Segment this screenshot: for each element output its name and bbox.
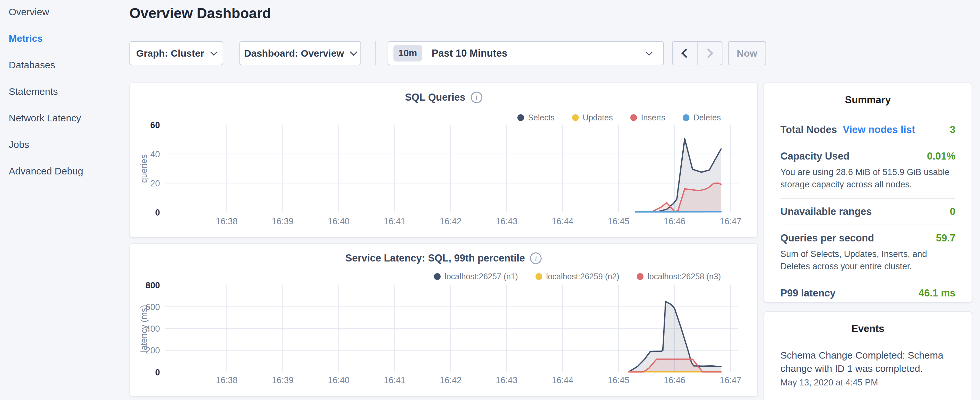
sidebar: Overview Metrics Databases Statements Ne… [0, 0, 126, 193]
toolbar-divider [375, 41, 376, 65]
sql-queries-chart[interactable]: 020406016:3816:3916:4016:4116:4216:4316:… [130, 83, 757, 237]
sidebar-item-jobs[interactable]: Jobs [9, 140, 126, 150]
legend-label: Inserts [641, 113, 665, 122]
info-icon[interactable] [471, 92, 482, 103]
divider [780, 143, 955, 143]
graph-dropdown[interactable]: Graph: Cluster [129, 41, 223, 65]
time-nav-group [672, 41, 722, 65]
divider [780, 198, 955, 199]
divider [780, 225, 955, 225]
legend-item-n3[interactable]: localhost:26258 (n3) [637, 272, 721, 281]
dashboard-dropdown-label: Dashboard: Overview [244, 48, 344, 59]
svg-text:16:46: 16:46 [664, 217, 686, 226]
summary-heading: Summary [780, 94, 955, 106]
svg-text:16:47: 16:47 [720, 375, 741, 385]
sidebar-item-metrics[interactable]: Metrics [9, 33, 126, 43]
svg-text:16:43: 16:43 [496, 375, 517, 385]
chart-title: SQL Queries [405, 92, 465, 103]
sidebar-item-advanced-debug[interactable]: Advanced Debug [9, 166, 126, 176]
time-prev-button[interactable] [673, 42, 698, 65]
legend-label: localhost:26259 (n2) [546, 272, 620, 281]
svg-text:16:42: 16:42 [440, 375, 461, 385]
svg-text:800: 800 [146, 280, 160, 290]
svg-text:16:40: 16:40 [328, 375, 349, 385]
svg-text:16:38: 16:38 [216, 375, 237, 385]
total-nodes-value: 3 [950, 124, 955, 135]
legend-item-inserts[interactable]: Inserts [630, 113, 665, 122]
legend-label: Updates [583, 113, 613, 122]
capacity-used-value: 0.01% [927, 150, 955, 162]
legend-dot [434, 273, 441, 280]
view-nodes-list-link[interactable]: View nodes list [843, 124, 915, 135]
svg-text:20: 20 [150, 178, 160, 188]
legend-label: localhost:26258 (n3) [648, 272, 721, 281]
svg-text:16:40: 16:40 [328, 217, 349, 226]
svg-text:0: 0 [155, 208, 160, 217]
chevron-left-icon [681, 49, 691, 58]
sidebar-item-network-latency[interactable]: Network Latency [9, 113, 126, 123]
legend-item-deletes[interactable]: Deletes [682, 113, 721, 122]
time-window-select[interactable]: 10m Past 10 Minutes [388, 41, 664, 65]
p99-latency-value: 46.1 ms [918, 287, 955, 299]
svg-text:16:38: 16:38 [216, 217, 237, 226]
svg-text:16:41: 16:41 [384, 375, 406, 385]
legend-item-selects[interactable]: Selects [517, 113, 555, 122]
sidebar-item-overview[interactable]: Overview [9, 7, 126, 17]
qps-value: 59.7 [936, 233, 955, 244]
svg-text:queries: queries [139, 155, 149, 183]
info-icon[interactable] [530, 252, 542, 264]
unavailable-ranges-value: 0 [950, 206, 955, 217]
event-list-item[interactable]: Schema Change Completed: Schema change w… [780, 349, 955, 388]
chart-title: Service Latency: SQL, 99th percentile [345, 252, 525, 264]
chart-title-row: Service Latency: SQL, 99th percentile [130, 252, 757, 264]
svg-text:16:45: 16:45 [608, 217, 630, 226]
svg-text:16:44: 16:44 [552, 375, 573, 385]
legend-dot [572, 114, 579, 121]
summary-row-total-nodes: Total Nodes View nodes list 3 [780, 124, 955, 135]
summary-row-p99-latency: P99 latency 46.1 ms [780, 287, 955, 299]
sidebar-item-databases[interactable]: Databases [9, 60, 126, 70]
svg-text:16:42: 16:42 [440, 217, 461, 226]
service-latency-chart[interactable]: 020040060080016:3816:3916:4016:4116:4216… [130, 244, 757, 396]
chevron-down-icon [350, 48, 358, 56]
legend-label: Selects [528, 113, 555, 122]
svg-text:16:47: 16:47 [720, 217, 741, 226]
time-next-button[interactable] [698, 42, 722, 65]
chart-legend: Selects Updates Inserts Deletes [517, 113, 721, 122]
summary-row-unavailable-ranges: Unavailable ranges 0 [780, 206, 955, 217]
chevron-down-icon [646, 48, 653, 56]
qps-description: Sum of Selects, Updates, Inserts, and De… [780, 248, 955, 273]
unavailable-ranges-label: Unavailable ranges [780, 206, 872, 217]
time-window-badge: 10m [393, 45, 422, 62]
graph-dropdown-label: Graph: Cluster [136, 48, 204, 59]
legend-dot [517, 114, 524, 121]
svg-text:16:41: 16:41 [384, 217, 406, 226]
svg-text:16:39: 16:39 [272, 375, 293, 385]
sidebar-item-statements[interactable]: Statements [9, 87, 126, 96]
total-nodes-label: Total Nodes [780, 124, 837, 135]
svg-text:40: 40 [150, 150, 160, 159]
now-button[interactable]: Now [728, 41, 766, 65]
svg-text:16:44: 16:44 [552, 217, 573, 226]
legend-dot [682, 114, 689, 121]
p99-latency-label: P99 latency [780, 287, 836, 299]
legend-dot [637, 273, 644, 280]
chevron-right-icon [704, 49, 713, 58]
page-title: Overview Dashboard [129, 5, 271, 21]
svg-text:latency (ms): latency (ms) [139, 305, 149, 352]
events-panel: Events Schema Change Completed: Schema c… [764, 311, 972, 400]
legend-item-n2[interactable]: localhost:26259 (n2) [535, 272, 620, 281]
dashboard-dropdown[interactable]: Dashboard: Overview [239, 41, 361, 65]
sql-queries-chart-card: SQL Queries Selects Updates Inserts Dele… [129, 83, 758, 238]
legend-dot [535, 273, 542, 280]
event-timestamp: May 13, 2020 at 4:45 PM [780, 378, 955, 388]
svg-text:16:45: 16:45 [608, 375, 629, 385]
summary-panel: Summary Total Nodes View nodes list 3 Ca… [764, 83, 972, 303]
svg-text:16:39: 16:39 [272, 217, 293, 226]
legend-item-updates[interactable]: Updates [572, 113, 613, 122]
crdb-admin-ui: Overview Metrics Databases Statements Ne… [0, 0, 980, 400]
event-text: Schema Change Completed: Schema change w… [780, 349, 955, 375]
chart-legend: localhost:26257 (n1) localhost:26259 (n2… [434, 272, 721, 281]
legend-item-n1[interactable]: localhost:26257 (n1) [434, 272, 518, 281]
service-latency-chart-card: Service Latency: SQL, 99th percentile lo… [129, 243, 758, 397]
